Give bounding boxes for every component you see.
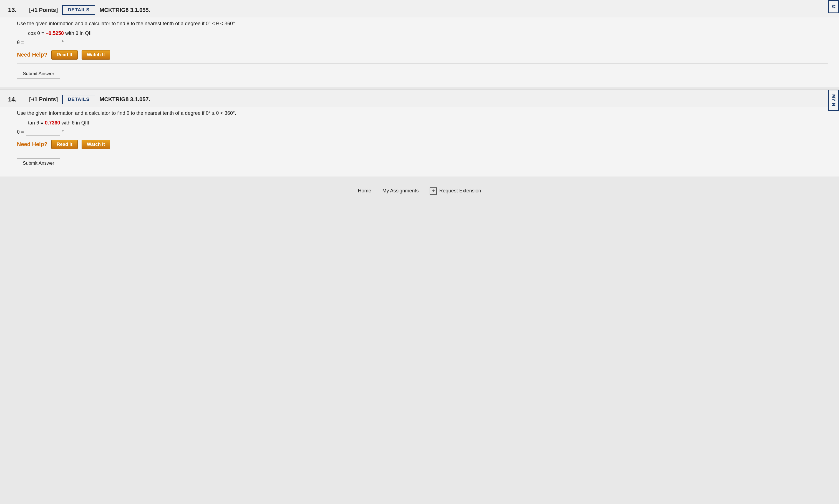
request-extension-icon: + [430,187,437,195]
q13-watch-it-button[interactable]: Watch It [82,50,110,60]
q13-answer-input[interactable] [27,39,60,46]
q13-instruction: Use the given information and a calculat… [17,20,828,28]
q14-watch-it-button[interactable]: Watch It [82,140,110,149]
q14-read-it-button[interactable]: Read It [51,140,78,149]
q13-body: Use the given information and a calculat… [0,17,839,87]
q13-eq-prefix: cos θ = [28,31,46,36]
q14-submit-button[interactable]: Submit Answer [17,158,60,168]
q14-instruction: Use the given information and a calculat… [17,109,828,117]
q13-details-button[interactable]: DETAILS [62,5,95,15]
q13-points: [-/1 Points] [29,7,58,13]
q13-problem-code: MCKTRIG8 3.1.055. [100,7,150,13]
q13-condition: with θ in QII [65,31,91,36]
q14-my-notes-panel[interactable]: MY N [828,90,839,111]
q13-answer-prefix: θ = [17,40,24,46]
q14-need-help-label: Need Help? [17,141,48,147]
q13-need-help-row: Need Help? Read It Watch It [17,50,828,60]
q13-submit-row: Submit Answer [17,64,828,82]
q13-number: 13. [8,6,25,14]
q14-points: [-/1 Points] [29,96,58,103]
question-13: 13. [-/1 Points] DETAILS MCKTRIG8 3.1.05… [0,0,839,87]
q14-eq-prefix: tan θ = [28,120,45,126]
my-assignments-link[interactable]: My Assignments [382,188,418,194]
q14-degree-symbol: ° [62,129,64,135]
q14-answer-input[interactable] [27,129,60,136]
q14-answer-prefix: θ = [17,129,24,135]
q13-submit-button[interactable]: Submit Answer [17,69,60,79]
q13-value: −0.5250 [46,31,64,36]
q13-degree-symbol: ° [62,40,64,46]
q14-submit-row: Submit Answer [17,153,828,171]
question-14: 14. [-/1 Points] DETAILS MCKTRIG8 3.1.05… [0,90,839,177]
q13-my-notes-panel[interactable]: M [828,0,839,13]
request-extension-label: Request Extension [439,188,481,194]
q13-answer-line: θ = ° [17,39,828,46]
q14-condition: with θ in QIII [62,120,89,126]
q13-equation: cos θ = −0.5250 with θ in QII [28,31,828,36]
home-link[interactable]: Home [358,188,371,194]
q14-details-button[interactable]: DETAILS [62,95,95,104]
q14-answer-line: θ = ° [17,129,828,136]
q13-header: 13. [-/1 Points] DETAILS MCKTRIG8 3.1.05… [0,0,839,17]
q13-need-help-label: Need Help? [17,52,48,58]
q14-header: 14. [-/1 Points] DETAILS MCKTRIG8 3.1.05… [0,90,839,107]
footer: Home My Assignments + Request Extension [0,179,839,200]
request-extension-button[interactable]: + Request Extension [430,187,481,195]
q14-problem-code: MCKTRIG8 3.1.057. [100,96,150,103]
q14-need-help-row: Need Help? Read It Watch It [17,140,828,149]
q13-read-it-button[interactable]: Read It [51,50,78,60]
q14-value: 0.7360 [45,120,60,126]
q14-number: 14. [8,96,25,103]
q14-equation: tan θ = 0.7360 with θ in QIII [28,120,828,126]
q14-body: Use the given information and a calculat… [0,107,839,177]
